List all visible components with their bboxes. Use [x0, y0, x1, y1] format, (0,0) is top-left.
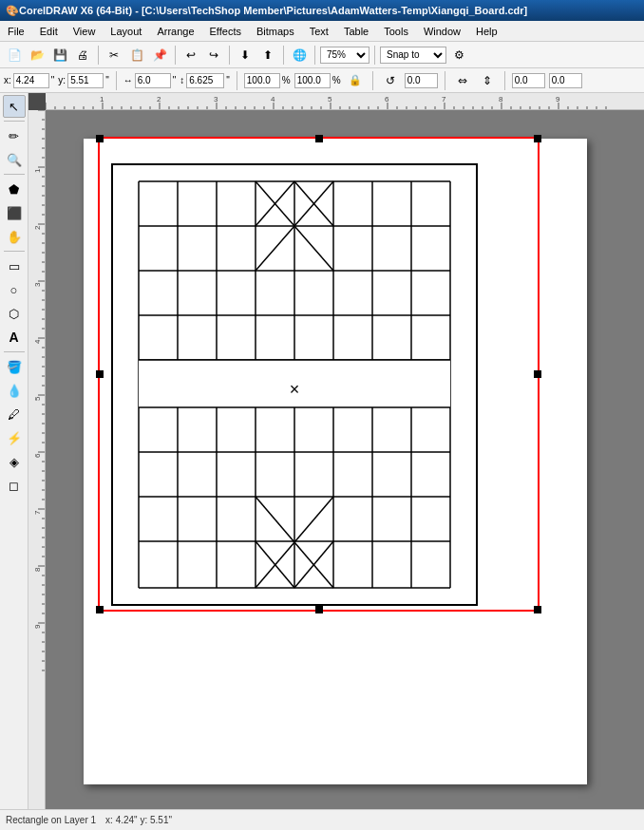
- menu-file[interactable]: File: [0, 21, 32, 41]
- sep3: [229, 46, 230, 65]
- scale-h-input[interactable]: [294, 73, 331, 88]
- sep6: [374, 46, 375, 65]
- menu-bitmaps[interactable]: Bitmaps: [249, 21, 302, 41]
- menu-view[interactable]: View: [66, 21, 104, 41]
- toolbox: ↖ ✏ 🔍 ⬟ ⬛ ✋ ▭ ○ ⬡ A 🪣 💧 🖊 ⚡ ◈ ◻: [0, 93, 28, 809]
- menu-help[interactable]: Help: [468, 21, 505, 41]
- menu-effects[interactable]: Effects: [202, 21, 249, 41]
- w-field: ↔ ": [123, 73, 177, 88]
- w-icon: ↔: [123, 75, 133, 85]
- export-button[interactable]: ⬆: [257, 45, 278, 66]
- crop-tool[interactable]: ⬛: [3, 201, 26, 224]
- tool-sep3: [4, 251, 25, 252]
- property-bar: x: " y: " ↔ " ↕ " % % 🔒 ↺ ⇔ ⇕: [0, 68, 644, 93]
- pick-tool[interactable]: ↖: [3, 95, 26, 118]
- menubar: File Edit View Layout Arrange Effects Bi…: [0, 21, 644, 42]
- sep2: [175, 46, 176, 65]
- pos-y-field: [549, 73, 582, 88]
- paste-button[interactable]: 📌: [149, 45, 170, 66]
- prop-sep2: [237, 71, 237, 90]
- pub-button[interactable]: 🌐: [289, 45, 310, 66]
- import-button[interactable]: ⬇: [235, 45, 256, 66]
- prop-sep4: [445, 71, 445, 90]
- freehand-tool[interactable]: ✏: [3, 124, 26, 147]
- shadow-tool[interactable]: ◻: [3, 474, 26, 497]
- poly-tool[interactable]: ⬡: [3, 302, 26, 325]
- y-unit: ": [105, 75, 109, 85]
- scale-w-field: %: [244, 73, 291, 88]
- rect-tool[interactable]: ▭: [3, 255, 26, 277]
- outline-tool[interactable]: 🖊: [3, 403, 26, 425]
- shape-tool[interactable]: ⬟: [3, 178, 26, 200]
- y-input[interactable]: [67, 73, 104, 88]
- redo-button[interactable]: ↪: [203, 45, 224, 66]
- ruler-vertical: [28, 110, 46, 809]
- pos-x-input[interactable]: [512, 73, 545, 88]
- prop-sep1: [116, 71, 117, 90]
- menu-text[interactable]: Text: [302, 21, 336, 41]
- pos-x-field: [512, 73, 545, 88]
- main-area: ↖ ✏ 🔍 ⬟ ⬛ ✋ ▭ ○ ⬡ A 🪣 💧 🖊 ⚡ ◈ ◻: [0, 93, 644, 809]
- status-coords: x: 4.24" y: 5.51": [105, 815, 172, 825]
- options-button[interactable]: ⚙: [448, 45, 469, 66]
- pos-y-input[interactable]: [549, 73, 582, 88]
- ellipse-tool[interactable]: ○: [3, 278, 26, 301]
- tool-sep1: [4, 121, 25, 122]
- h-input[interactable]: [186, 73, 224, 88]
- save-button[interactable]: 💾: [49, 45, 70, 66]
- status-info: Rectangle on Layer 1: [6, 815, 96, 825]
- fill-tool[interactable]: 🪣: [3, 355, 26, 378]
- sep1: [98, 46, 99, 65]
- eyedropper-tool[interactable]: 💧: [3, 379, 26, 402]
- mirror-h-button[interactable]: ⇔: [452, 70, 473, 91]
- lock-ratio-button[interactable]: 🔒: [345, 70, 366, 91]
- text-tool[interactable]: A: [3, 326, 26, 349]
- mirror-v-button[interactable]: ⇕: [477, 70, 498, 91]
- zoom-dropdown[interactable]: 75% 100% 50%: [320, 47, 369, 64]
- open-button[interactable]: 📂: [27, 45, 47, 66]
- h-unit: ": [226, 75, 230, 85]
- print-button[interactable]: 🖨: [72, 45, 93, 66]
- h-icon: ↕: [180, 75, 184, 85]
- menu-window[interactable]: Window: [416, 21, 468, 41]
- rotation-button[interactable]: ↺: [380, 70, 401, 91]
- y-label: y:: [58, 75, 66, 85]
- menu-tools[interactable]: Tools: [376, 21, 416, 41]
- h-field: ↕ ": [180, 73, 230, 88]
- x-input[interactable]: [13, 73, 49, 88]
- rotation-input[interactable]: [405, 73, 438, 88]
- zoom-tool[interactable]: 🔍: [3, 148, 26, 171]
- titlebar: 🎨 CorelDRAW X6 (64-Bit) - [C:\Users\Tech…: [0, 0, 644, 21]
- y-field: y: ": [58, 73, 108, 88]
- menu-arrange[interactable]: Arrange: [149, 21, 201, 41]
- statusbar: Rectangle on Layer 1 x: 4.24" y: 5.51": [0, 809, 644, 830]
- tool-sep4: [4, 351, 25, 352]
- drawing-canvas[interactable]: ×: [46, 110, 644, 809]
- standard-toolbar: 📄 📂 💾 🖨 ✂ 📋 📌 ↩ ↪ ⬇ ⬆ 🌐 75% 100% 50% Sna…: [0, 42, 644, 68]
- menu-edit[interactable]: Edit: [32, 21, 66, 41]
- canvas-row: ×: [28, 110, 644, 809]
- menu-table[interactable]: Table: [336, 21, 376, 41]
- sep4: [283, 46, 284, 65]
- x-field: x: ": [4, 73, 54, 88]
- x-unit: ": [51, 75, 55, 85]
- snap-dropdown[interactable]: Snap to: [380, 47, 446, 64]
- undo-button[interactable]: ↩: [180, 45, 201, 66]
- x-label: x:: [4, 75, 11, 85]
- menu-layout[interactable]: Layout: [103, 21, 149, 41]
- copy-button[interactable]: 📋: [126, 45, 147, 66]
- canvas-area: ×: [28, 93, 644, 809]
- scale-w-unit: %: [282, 75, 291, 85]
- scale-h-field: %: [294, 73, 341, 88]
- tool-sep2: [4, 174, 25, 175]
- blend-tool[interactable]: ⚡: [3, 426, 26, 449]
- sep5: [314, 46, 315, 65]
- new-button[interactable]: 📄: [4, 45, 25, 66]
- cut-button[interactable]: ✂: [104, 45, 124, 66]
- transparency-tool[interactable]: ◈: [3, 450, 26, 473]
- pan-tool[interactable]: ✋: [3, 225, 26, 248]
- w-unit: ": [173, 75, 177, 85]
- w-input[interactable]: [135, 73, 171, 88]
- window-title: CorelDRAW X6 (64-Bit) - [C:\Users\TechSh…: [19, 5, 527, 16]
- scale-w-input[interactable]: [244, 73, 280, 88]
